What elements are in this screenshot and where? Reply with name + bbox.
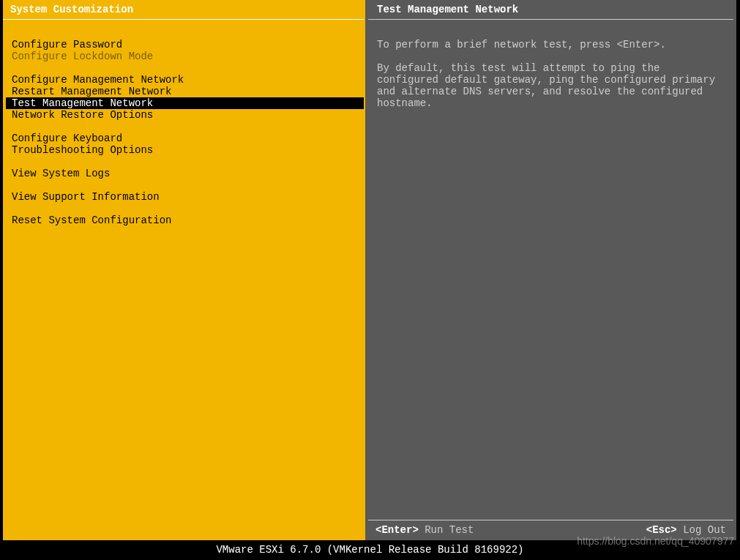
menu-item-view-support-information[interactable]: View Support Information [10,191,356,203]
menu-item-reset-system-configuration[interactable]: Reset System Configuration [10,214,356,226]
left-panel: System Customization Configure PasswordC… [3,0,365,540]
status-bar: VMware ESXi 6.7.0 (VMKernel Release Buil… [0,541,740,560]
help-paragraph-1: To perform a brief network test, press <… [377,39,726,51]
menu-group: Reset System Configuration [10,214,356,226]
right-panel: Test Management Network To perform a bri… [365,0,736,540]
menu-item-view-system-logs[interactable]: View System Logs [10,168,356,179]
menu-item-restart-management-network[interactable]: Restart Management Network [10,86,356,97]
menu-item-configure-management-network[interactable]: Configure Management Network [10,74,356,86]
menu-group: Configure Management NetworkRestart Mana… [10,74,356,121]
menu-list[interactable]: Configure PasswordConfigure Lockdown Mod… [3,20,364,540]
menu-group: Configure PasswordConfigure Lockdown Mod… [10,39,356,62]
menu-item-configure-password[interactable]: Configure Password [10,39,356,51]
help-paragraph-2: By default, this test will attempt to pi… [377,62,726,109]
hint-esc-label: Log Out [677,524,726,536]
menu-item-network-restore-options[interactable]: Network Restore Options [10,109,356,121]
hint-enter-label: Run Test [419,524,474,536]
footer-hints: <Enter> Run Test <Esc> Log Out [368,520,733,540]
menu-item-troubleshooting-options[interactable]: Troubleshooting Options [10,144,356,156]
left-panel-title: System Customization [3,0,364,20]
hint-esc[interactable]: <Esc> Log Out [646,524,726,536]
menu-item-configure-lockdown-mode: Configure Lockdown Mode [10,51,356,62]
dcui-screen: System Customization Configure PasswordC… [3,0,736,540]
menu-item-test-management-network[interactable]: Test Management Network [6,97,364,109]
hint-enter[interactable]: <Enter> Run Test [375,524,474,536]
right-panel-body: To perform a brief network test, press <… [365,20,736,520]
hint-enter-key: <Enter> [375,524,419,536]
menu-group: View System Logs [10,168,356,179]
hint-esc-key: <Esc> [646,524,677,536]
menu-item-configure-keyboard[interactable]: Configure Keyboard [10,132,356,144]
right-panel-title: Test Management Network [368,0,733,20]
menu-group: Configure KeyboardTroubleshooting Option… [10,132,356,156]
menu-group: View Support Information [10,191,356,203]
